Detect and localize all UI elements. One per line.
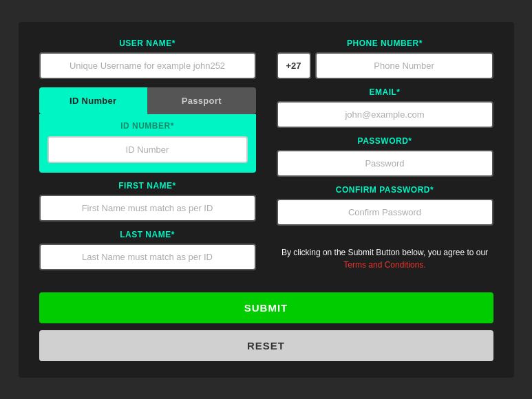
id-number-label: ID NUMBER* <box>47 121 248 131</box>
id-number-tab[interactable]: ID Number <box>39 87 148 114</box>
email-label: EMAIL* <box>277 87 493 97</box>
registration-form: USER NAME* ID Number Passport ID NUMBER*… <box>19 22 514 378</box>
passport-tab[interactable]: Passport <box>147 87 256 114</box>
username-group: USER NAME* <box>39 39 256 79</box>
confirm-password-group: CONFIRM PASSWORD* <box>277 185 493 226</box>
confirm-password-input[interactable] <box>277 199 493 226</box>
first-name-label: FIRST NAME* <box>39 181 256 191</box>
reset-button[interactable]: RESET <box>39 330 493 361</box>
terms-link[interactable]: Terms and Conditions. <box>343 260 425 270</box>
password-label: PASSWORD* <box>277 136 493 146</box>
terms-text: By clicking on the Submit Button below, … <box>277 246 493 271</box>
id-number-input[interactable] <box>47 136 248 163</box>
submit-button[interactable]: SUBMIT <box>39 292 493 323</box>
email-group: EMAIL* <box>277 87 493 128</box>
right-column: PHONE NUMBER* +27 EMAIL* PASSWORD* CONFI… <box>277 39 493 279</box>
phone-prefix: +27 <box>277 52 311 79</box>
username-label: USER NAME* <box>39 39 256 48</box>
password-input[interactable] <box>277 150 493 177</box>
left-column: USER NAME* ID Number Passport ID NUMBER*… <box>39 39 256 279</box>
last-name-input[interactable] <box>39 244 256 270</box>
password-group: PASSWORD* <box>277 136 493 177</box>
id-passport-tabs: ID Number Passport <box>39 87 256 114</box>
last-name-label: LAST NAME* <box>39 230 256 239</box>
phone-group: PHONE NUMBER* +27 <box>277 39 493 79</box>
first-name-input[interactable] <box>39 195 256 222</box>
id-number-section: ID NUMBER* <box>39 114 256 173</box>
username-input[interactable] <box>39 52 256 79</box>
phone-label: PHONE NUMBER* <box>277 39 493 48</box>
phone-input[interactable] <box>315 52 493 79</box>
terms-area: By clicking on the Submit Button below, … <box>277 239 493 274</box>
confirm-password-label: CONFIRM PASSWORD* <box>277 185 493 195</box>
first-name-group: FIRST NAME* <box>39 181 256 222</box>
phone-row: +27 <box>277 52 493 79</box>
email-input[interactable] <box>277 101 493 128</box>
last-name-group: LAST NAME* <box>39 230 256 270</box>
